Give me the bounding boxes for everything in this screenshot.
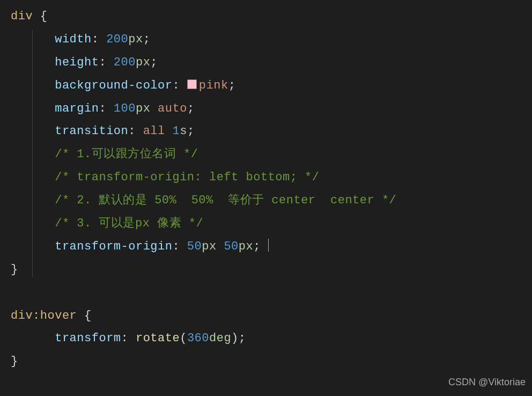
unit: px bbox=[239, 240, 253, 253]
comment: /* 1.可以跟方位名词 */ bbox=[55, 148, 198, 161]
unit: s bbox=[180, 124, 187, 138]
unit: px bbox=[136, 56, 150, 69]
code-line[interactable]: transform: rotate(360deg); bbox=[11, 327, 521, 350]
code-line[interactable] bbox=[11, 282, 521, 305]
function: rotate bbox=[136, 332, 180, 345]
code-line[interactable]: /* 3. 可以是px 像素 */ bbox=[11, 212, 521, 236]
property: width bbox=[55, 33, 92, 46]
property: height bbox=[55, 56, 99, 69]
code-line[interactable]: margin: 100px auto; bbox=[11, 98, 521, 121]
code-line[interactable]: height: 200px; bbox=[11, 52, 521, 75]
property: background-color bbox=[55, 79, 172, 92]
brace-close: } bbox=[11, 263, 18, 276]
brace-close: } bbox=[11, 355, 18, 368]
selector: div bbox=[11, 309, 33, 322]
property: transition bbox=[55, 124, 128, 138]
code-line[interactable]: div:hover { bbox=[11, 305, 521, 328]
number: 200 bbox=[106, 33, 128, 46]
code-line[interactable]: transition: all 1s; bbox=[11, 120, 521, 143]
code-line[interactable]: /* 1.可以跟方位名词 */ bbox=[11, 143, 521, 166]
number: 1 bbox=[172, 124, 180, 138]
unit: deg bbox=[209, 332, 231, 345]
comment: /* 3. 可以是px 像素 */ bbox=[55, 217, 203, 230]
code-editor[interactable]: div { width: 200px; height: 200px; backg… bbox=[11, 5, 521, 373]
number: 100 bbox=[114, 102, 136, 115]
brace-open: { bbox=[84, 309, 92, 322]
number: 200 bbox=[114, 56, 136, 69]
code-line[interactable]: } bbox=[11, 350, 521, 373]
code-line[interactable]: } bbox=[11, 259, 521, 282]
keyword: all bbox=[143, 124, 165, 138]
code-line[interactable]: transform-origin: 50px 50px; bbox=[11, 236, 521, 259]
unit: px bbox=[202, 240, 216, 253]
indent-guide bbox=[32, 30, 33, 277]
number: 360 bbox=[187, 332, 209, 345]
pseudo: :hover bbox=[33, 309, 77, 322]
color-value: pink bbox=[199, 79, 228, 92]
unit: px bbox=[128, 33, 143, 46]
code-line[interactable]: width: 200px; bbox=[11, 28, 521, 52]
brace-open: { bbox=[40, 10, 48, 23]
number: 50 bbox=[224, 240, 238, 253]
keyword: auto bbox=[158, 102, 187, 115]
code-line[interactable]: background-color: pink; bbox=[11, 75, 521, 98]
property: transform-origin bbox=[55, 240, 172, 253]
color-swatch-icon bbox=[187, 79, 197, 89]
unit: px bbox=[136, 102, 150, 115]
cursor-icon bbox=[268, 239, 269, 252]
watermark: CSDN @Viktoriae bbox=[448, 373, 526, 392]
code-line[interactable]: /* transform-origin: left bottom; */ bbox=[11, 166, 521, 189]
selector: div bbox=[11, 10, 33, 23]
code-line[interactable]: div { bbox=[11, 5, 521, 28]
property: transform bbox=[55, 332, 121, 345]
property: margin bbox=[55, 102, 99, 115]
number: 50 bbox=[187, 240, 202, 253]
comment: /* 2. 默认的是 50% 50% 等价于 center center */ bbox=[55, 194, 396, 207]
comment: /* transform-origin: left bottom; */ bbox=[55, 171, 319, 184]
code-line[interactable]: /* 2. 默认的是 50% 50% 等价于 center center */ bbox=[11, 189, 521, 212]
